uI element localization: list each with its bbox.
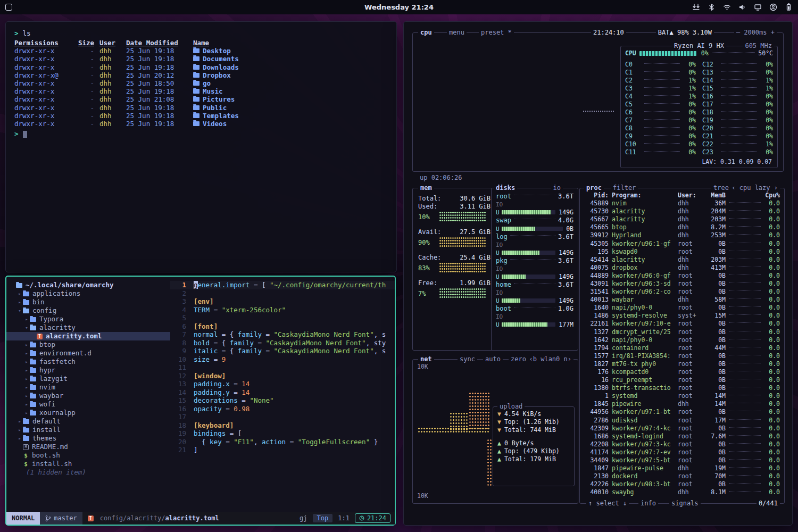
process-row[interactable]: 45889 nvim dhh 36M 0.0 [580,200,784,207]
tree-item[interactable]: ▾ config [6,306,170,315]
tree-item[interactable]: ▾ alacritty [6,323,170,332]
editor-window[interactable]: ~/.local/share/omarchy ▸ applications ▸ … [5,276,396,526]
process-row[interactable]: 41174 kworker/u97:7-ev root 0B 0.0 [580,448,784,456]
volume-icon[interactable] [738,3,746,11]
updates-icon[interactable] [692,3,700,11]
process-row[interactable]: 1640 napi/phy0-0 root 0B 0.0 [580,304,784,312]
process-row[interactable]: 40010 swaybg dhh 8.1M 0.0 [580,488,784,496]
disks-panel-title[interactable]: disks [494,184,517,192]
process-row[interactable]: 42309 kworker/u97:4-kc root 0B 0.0 [580,425,784,433]
net-zero-toggle[interactable]: zero [509,355,528,363]
menu-button[interactable]: menu [447,29,467,37]
cpu-panel-title[interactable]: cpu [418,29,434,37]
bluetooth-icon[interactable] [708,3,716,11]
filter-button[interactable]: filter [611,184,638,192]
process-row[interactable]: 1847 pipewire-pulse dhh 19M 0.0 [580,464,784,472]
process-row[interactable]: 1380 btrfs-transactio root 0B 0.0 [580,384,784,392]
tree-item[interactable]: (1 hidden item) [6,468,170,477]
process-row[interactable]: 2786 udisksd root 17M 0.0 [580,417,784,425]
col-pid[interactable]: Pid: [584,192,609,200]
net-interface[interactable]: ‹b wlan0 n› [527,355,573,363]
process-row[interactable]: 31541 kworker/u96:2-co root 0B 0.0 [580,288,784,296]
process-row[interactable]: 45667 alacritty dhh 203M 0.0 [580,215,784,223]
display-icon[interactable] [754,3,762,11]
signals-button[interactable]: signals [669,500,701,508]
process-row[interactable]: 1845 pipewire dhh 14M 0.0 [580,400,784,408]
battery-icon[interactable] [785,3,793,11]
proc-panel-title[interactable]: proc [584,184,604,192]
tree-item[interactable]: ▸ hypr [6,366,170,375]
select-hint[interactable]: ↑ select ↓ [586,500,629,508]
terminal-window-ls[interactable]: > ls Permissions Size User Date Modified… [5,21,397,272]
process-row[interactable]: 2130 dockerd root 70M 0.0 [580,472,784,480]
process-row[interactable]: 40013 waybar dhh 58M 0.0 [580,296,784,304]
tree-item[interactable]: ▸ wofi [6,400,170,409]
core-row: C15 1% [702,85,773,93]
tree-item[interactable]: ▸ xournalpp [6,409,170,417]
process-row[interactable]: 1 systemd root 14M 0.0 [580,392,784,400]
process-row[interactable]: 1577 irq/81-PIXA3854: root 0B 0.0 [580,352,784,360]
sort-selector[interactable]: ‹ cpu lazy › [729,184,780,192]
tree-item[interactable]: ▸ nvim [6,383,170,392]
code-text: padding.y = 14 [194,388,250,397]
preset-button[interactable]: preset * [479,29,514,37]
process-row[interactable]: 16 rcu_preempt root 0B 0.0 [580,376,784,384]
process-row[interactable]: 42226 kworker/u98:3-bt root 0B 0.0 [580,480,784,488]
process-row[interactable]: 42208 kworker/u97:3-kc root 0B 0.0 [580,440,784,448]
col-user[interactable]: User: [678,192,699,200]
process-row[interactable]: 45665 btop dhh 8.2M 0.0 [580,223,784,231]
process-row[interactable]: 43091 kworker/u96:3-sd root 0B 0.0 [580,280,784,288]
tree-item[interactable]: alacritty.toml [6,332,170,340]
tree-item[interactable]: ▸ environment.d [6,349,170,358]
mem-panel-title[interactable]: mem [418,184,434,192]
tree-toggle[interactable]: tree [711,184,731,192]
tree-item[interactable]: ▸ bin [6,298,170,306]
process-row[interactable]: 39912 Hyprland dhh 253M 0.0 [580,231,784,239]
wifi-icon[interactable] [723,3,731,11]
col-program[interactable]: Program: [612,192,675,200]
tree-item[interactable]: README.md [6,443,170,451]
process-row[interactable]: 44889 kworker/u96:0-gf root 0B 0.0 [580,272,784,280]
net-panel-title[interactable]: net [418,355,434,363]
tree-item[interactable]: ▸ lazygit [6,375,170,383]
info-button[interactable]: info [638,500,658,508]
process-row[interactable]: 1794 containerd root 44M 0.0 [580,344,784,352]
git-branch[interactable]: master [40,512,82,525]
tree-item[interactable]: ▸ install [6,426,170,434]
tree-item[interactable]: ▸ applications [6,289,170,298]
tree-item[interactable]: ▸ btop [6,340,170,349]
user-icon[interactable] [769,3,777,11]
code-editor[interactable]: 1 general.import = [ "~/.config/omarchy/… [170,280,395,512]
process-row[interactable]: 40075 dropbox dhh 413M 0.0 [580,264,784,272]
refresh-interval[interactable]: ─ 2000ms + [734,29,777,37]
process-row[interactable]: 45305 kworker/u96:1-gf root 0B 0.0 [580,239,784,247]
tree-item[interactable]: ▸ themes [6,434,170,443]
tree-item[interactable]: install.sh [6,460,170,468]
tree-item[interactable]: ~/.local/share/omarchy [6,281,170,289]
process-row[interactable]: 195 kswapd0 root 0B 0.0 [580,248,784,256]
process-row[interactable]: 176 kcompactd0 root 0B 0.0 [580,368,784,376]
process-row[interactable]: 45730 alacritty dhh 204M 0.0 [580,207,784,215]
tree-item[interactable]: boot.sh [6,451,170,460]
process-row[interactable]: 1827 mt76-tx phy0 root 0B 0.0 [580,360,784,368]
tree-item[interactable]: ▸ Typora [6,315,170,323]
disk-used-meter [502,298,556,303]
tree-item[interactable]: ▸ default [6,417,170,426]
col-cpu[interactable]: Cpu% [764,192,780,200]
tree-item[interactable]: ▸ fastfetch [6,358,170,366]
process-row[interactable]: 1486 systemd-resolve syst+ 15M 0.0 [580,312,784,320]
process-row[interactable]: 34409 kworker/u97:5-bt root 0B 0.0 [580,456,784,464]
process-cpu: 0.0 [764,288,780,296]
process-row[interactable]: 44956 kworker/u97:1-bt root 0B 0.0 [580,408,784,416]
process-row[interactable]: 1686 systemd-logind root 7.6M 0.0 [580,433,784,440]
tree-item[interactable]: ▸ waybar [6,392,170,400]
process-row[interactable]: 1327 dmcrypt_write/25 root 0B 0.0 [580,328,784,336]
net-auto-toggle[interactable]: auto [483,355,503,363]
process-row[interactable]: 1642 napi/phy0-0 root 0B 0.0 [580,336,784,344]
col-mem[interactable]: MemB [702,192,726,200]
process-row[interactable]: 22161 kworker/u97:10-e root 0B 0.0 [580,320,784,328]
process-row[interactable]: 45414 alacritty dhh 203M 0.0 [580,256,784,264]
io-mode-toggle[interactable]: io [551,184,563,192]
btop-window[interactable]: cpu menu preset * 21:24:10 BAT▲ 98% 3.10… [403,21,793,526]
net-sync-toggle[interactable]: sync [458,355,477,363]
